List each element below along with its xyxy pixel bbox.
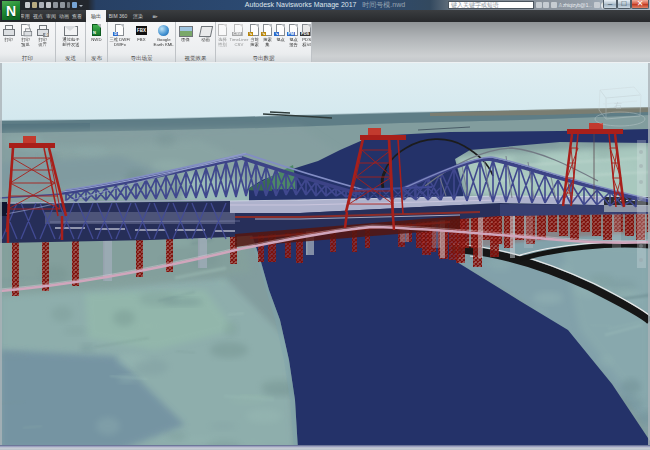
svg-text:右: 右 (614, 101, 622, 110)
